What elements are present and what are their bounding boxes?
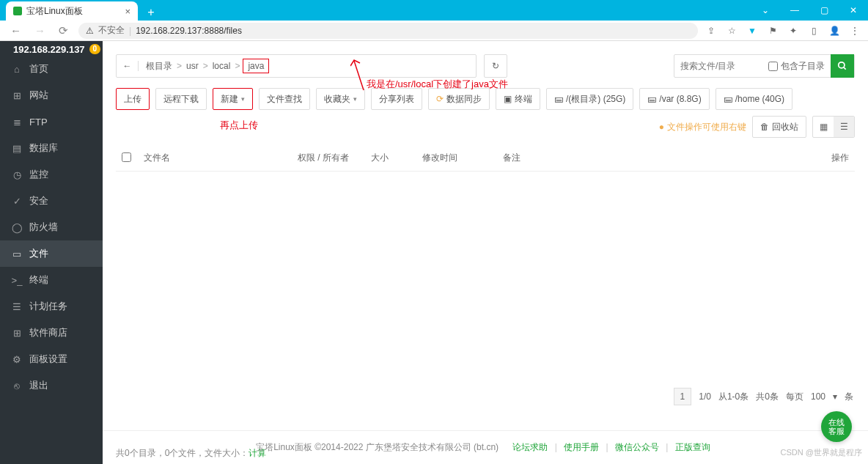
- grid-view-icon[interactable]: ▦: [813, 117, 834, 137]
- window-close-icon[interactable]: ✕: [839, 0, 868, 21]
- search-button[interactable]: [831, 54, 854, 78]
- annotation-text-2: 再点上传: [220, 119, 258, 132]
- sidebar-item-label: 网站: [29, 89, 48, 102]
- chevron-right-icon: >: [203, 61, 208, 71]
- annotation-text-1: 我是在/usr/local下创建了java文件: [367, 78, 508, 91]
- extensions-icon[interactable]: ✦: [787, 25, 799, 37]
- share-list-button[interactable]: 分享列表: [371, 88, 422, 110]
- svg-point-0: [839, 62, 845, 68]
- breadcrumb-seg[interactable]: usr: [185, 61, 200, 71]
- menu-icon[interactable]: ⋮: [849, 25, 861, 37]
- page-from-to: 从1-0条: [718, 391, 749, 403]
- window-minimize-icon[interactable]: —: [780, 0, 809, 21]
- files-icon: ▭: [12, 248, 22, 259]
- disk-button[interactable]: 🖴/var (8.8G): [639, 88, 709, 110]
- sidebar-item-logout[interactable]: ⎋退出: [0, 372, 103, 399]
- online-help-button[interactable]: 在线 客服: [821, 411, 852, 442]
- tab-title: 宝塔Linux面板: [26, 5, 83, 18]
- sidebar-item-home[interactable]: ⌂首页: [0, 56, 103, 82]
- share-icon[interactable]: ⇪: [705, 25, 717, 37]
- sidebar-item-label: 面板设置: [29, 353, 67, 366]
- file-search-button[interactable]: 文件查找: [259, 88, 310, 110]
- disk-button[interactable]: 🖴/(根目录) (25G): [546, 88, 633, 110]
- data-sync-button[interactable]: ⟳数据同步: [428, 88, 490, 110]
- settings-icon: ⚙: [12, 354, 22, 364]
- col-size[interactable]: 大小: [365, 152, 416, 164]
- remote-download-button[interactable]: 远程下载: [155, 88, 207, 110]
- home-icon: ⌂: [12, 64, 22, 74]
- reading-list-icon[interactable]: ▯: [808, 25, 820, 37]
- terminal-button[interactable]: ▣终端: [496, 88, 540, 110]
- main-content: ← 根目录>usr>local>java ↻ 包含子目录: [103, 41, 868, 464]
- profile-icon[interactable]: 👤: [828, 25, 840, 37]
- footer-link[interactable]: 微信公众号: [615, 442, 659, 452]
- breadcrumb-seg[interactable]: local: [211, 61, 232, 71]
- window-maximize-icon[interactable]: ▢: [809, 0, 839, 21]
- ext-flag-icon[interactable]: ⚑: [767, 25, 779, 37]
- sidebar-item-ftp[interactable]: ≣FTP: [0, 108, 103, 135]
- col-ops: 操作: [818, 152, 855, 164]
- sidebar-header: 192.168.229.137 0: [0, 41, 103, 56]
- bookmark-icon[interactable]: ☆: [726, 25, 738, 37]
- nav-back-icon[interactable]: ←: [7, 24, 24, 37]
- sidebar-item-site[interactable]: ⊞网站: [0, 82, 103, 108]
- sidebar-item-monitor[interactable]: ◷监控: [0, 161, 103, 188]
- ext-v-icon[interactable]: ▼: [746, 25, 758, 37]
- url-text: 192.168.229.137:8888/files: [136, 26, 242, 36]
- select-all-checkbox[interactable]: [122, 152, 131, 162]
- sidebar-item-label: 安全: [29, 194, 48, 207]
- tab-close-icon[interactable]: ×: [125, 6, 130, 17]
- footer-link[interactable]: 正版查询: [675, 442, 710, 452]
- page-total: 共0条: [756, 391, 779, 403]
- sidebar-item-label: 软件商店: [29, 326, 67, 339]
- sidebar: 192.168.229.137 0 ⌂首页⊞网站≣FTP▤数据库◷监控✓安全◯防…: [0, 41, 103, 464]
- sidebar-item-label: FTP: [29, 117, 48, 128]
- per-page-label: 每页: [786, 391, 803, 403]
- db-icon: ▤: [12, 143, 22, 153]
- browser-tab[interactable]: 宝塔Linux面板 ×: [6, 1, 138, 21]
- file-table-header: 文件名 权限 / 所有者 大小 修改时间 备注 操作: [116, 145, 855, 172]
- upload-button[interactable]: 上传: [116, 88, 150, 110]
- sidebar-item-files[interactable]: ▭文件: [0, 240, 103, 267]
- include-subdir-input[interactable]: [768, 62, 778, 71]
- col-note[interactable]: 备注: [497, 152, 818, 164]
- sidebar-item-cron[interactable]: ☰计划任务: [0, 293, 103, 320]
- recycle-bin-button[interactable]: 🗑回收站: [752, 116, 806, 138]
- terminal-icon: >_: [12, 275, 22, 285]
- soft-icon: ⊞: [12, 328, 22, 338]
- sidebar-item-db[interactable]: ▤数据库: [0, 135, 103, 161]
- col-perm[interactable]: 权限 / 所有者: [292, 152, 365, 164]
- new-tab-button[interactable]: +: [142, 4, 160, 21]
- new-button[interactable]: 新建▾: [213, 88, 253, 110]
- favorites-button[interactable]: 收藏夹▾: [316, 88, 365, 110]
- breadcrumb-seg[interactable]: java: [243, 59, 269, 73]
- address-bar[interactable]: ⚠ 不安全 | 192.168.229.137:8888/files: [78, 23, 698, 39]
- col-filename[interactable]: 文件名: [138, 152, 292, 164]
- insecure-label: 不安全: [98, 24, 125, 37]
- breadcrumb-seg[interactable]: 根目录: [144, 60, 174, 73]
- breadcrumb-refresh-icon[interactable]: ↻: [484, 54, 507, 78]
- col-mtime[interactable]: 修改时间: [416, 152, 497, 164]
- sidebar-item-security[interactable]: ✓安全: [0, 188, 103, 214]
- include-subdir-checkbox[interactable]: 包含子目录: [762, 60, 831, 73]
- breadcrumb-back-icon[interactable]: ←: [117, 61, 139, 71]
- chevron-down-icon[interactable]: ▾: [833, 391, 837, 402]
- logout-icon: ⎋: [12, 380, 22, 391]
- sidebar-item-soft[interactable]: ⊞软件商店: [0, 320, 103, 346]
- sidebar-item-firewall[interactable]: ◯防火墙: [0, 214, 103, 240]
- footer-link[interactable]: 论坛求助: [512, 442, 548, 452]
- sync-icon: ⟳: [436, 94, 444, 104]
- trash-icon: 🗑: [760, 122, 769, 132]
- sidebar-item-terminal[interactable]: >_终端: [0, 267, 103, 293]
- footer-link[interactable]: 使用手册: [564, 442, 599, 452]
- nav-reload-icon[interactable]: ⟳: [56, 24, 71, 37]
- per-page-value[interactable]: 100: [811, 391, 825, 402]
- window-dropdown-icon[interactable]: ⌄: [751, 0, 780, 21]
- sidebar-item-settings[interactable]: ⚙面板设置: [0, 346, 103, 372]
- page-current[interactable]: 1: [674, 388, 692, 405]
- list-view-icon[interactable]: ☰: [834, 117, 854, 137]
- chevron-right-icon: >: [235, 61, 240, 71]
- search-input[interactable]: [674, 61, 762, 71]
- disk-button[interactable]: 🖴/home (40G): [716, 88, 792, 110]
- ftp-icon: ≣: [12, 117, 22, 127]
